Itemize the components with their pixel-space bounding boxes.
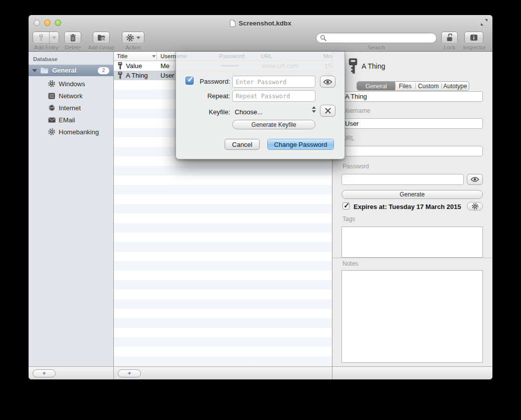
section-divider bbox=[332, 258, 492, 258]
document-icon bbox=[230, 20, 236, 27]
app-window: Screenshot.kdbx Add Entry bbox=[29, 15, 492, 379]
tab-autotype[interactable]: Autotype bbox=[441, 82, 469, 90]
keyfile-label: Keyfile: bbox=[180, 108, 230, 116]
cell-title: A Thing bbox=[126, 72, 148, 79]
tab-general[interactable]: General bbox=[357, 82, 395, 90]
sidebar-item-label: Homebanking bbox=[59, 128, 99, 136]
add-group-button[interactable] bbox=[93, 32, 110, 44]
username-label: Username bbox=[342, 107, 370, 114]
info-icon bbox=[470, 34, 478, 41]
sidebar: Database General 2 Windows bbox=[29, 52, 114, 379]
search-icon bbox=[320, 35, 326, 41]
add-entry-plus-button[interactable]: + bbox=[118, 369, 141, 377]
eye-icon bbox=[470, 176, 479, 182]
gear-icon bbox=[48, 80, 56, 88]
add-group-label: Add Group bbox=[86, 45, 117, 51]
folder-plus-icon bbox=[97, 34, 105, 41]
password-input[interactable] bbox=[232, 76, 315, 88]
expires-checkbox[interactable]: ✓ bbox=[342, 202, 350, 209]
window-title: Screenshot.kdbx bbox=[239, 20, 291, 27]
add-entry-label: Add Entry bbox=[31, 45, 62, 51]
gear-icon bbox=[126, 34, 134, 42]
column-divider[interactable] bbox=[156, 52, 157, 61]
cancel-button[interactable]: Cancel bbox=[225, 139, 260, 150]
network-icon bbox=[48, 92, 56, 100]
clear-keyfile-button[interactable] bbox=[320, 105, 335, 117]
expires-options-button[interactable] bbox=[467, 202, 483, 211]
inspector-panel: A Thing General Files Custom Autotype Us… bbox=[332, 52, 492, 379]
chevron-down-icon bbox=[52, 37, 56, 39]
key-icon bbox=[348, 56, 359, 78]
entry-list-footer: + bbox=[114, 366, 332, 379]
stepper-icon[interactable] bbox=[312, 106, 316, 113]
inspector-footer bbox=[332, 366, 492, 379]
show-password-button[interactable] bbox=[320, 76, 335, 88]
sidebar-footer: + bbox=[29, 366, 113, 379]
sidebar-item-email[interactable]: EMail bbox=[29, 114, 114, 126]
password-label: Password bbox=[342, 163, 369, 170]
inspector-button[interactable] bbox=[464, 32, 483, 44]
key-icon bbox=[117, 72, 123, 81]
url-field[interactable] bbox=[341, 146, 483, 156]
lock-label: Lock bbox=[438, 45, 461, 51]
title-field[interactable] bbox=[341, 91, 483, 102]
search-label: Search bbox=[316, 45, 437, 51]
sidebar-group-general[interactable]: General 2 bbox=[29, 65, 114, 76]
trash-icon bbox=[70, 34, 76, 42]
password-label: Password: bbox=[180, 78, 230, 85]
window-title-area: Screenshot.kdbx bbox=[29, 19, 492, 28]
tags-label: Tags bbox=[342, 216, 355, 223]
generate-password-button[interactable]: Generate bbox=[341, 190, 483, 199]
globe-icon bbox=[48, 104, 56, 112]
sidebar-item-label: EMail bbox=[59, 116, 75, 124]
sidebar-item-network[interactable]: Network bbox=[29, 90, 114, 102]
action-button[interactable] bbox=[122, 32, 144, 44]
action-label: Action bbox=[122, 45, 144, 51]
fullscreen-icon[interactable] bbox=[480, 19, 488, 26]
repeat-label: Repeat: bbox=[180, 92, 230, 100]
generate-keyfile-button[interactable]: Generate Keyfile bbox=[232, 120, 315, 129]
key-icon bbox=[117, 62, 123, 71]
tab-custom[interactable]: Custom bbox=[415, 82, 442, 90]
unlock-icon bbox=[446, 34, 453, 42]
username-field[interactable] bbox=[341, 118, 483, 129]
change-password-button[interactable]: Change Password bbox=[267, 139, 334, 150]
add-entry-button[interactable] bbox=[33, 32, 59, 44]
chevron-down-icon bbox=[136, 37, 140, 39]
notes-textarea[interactable] bbox=[341, 270, 483, 363]
keyfile-dropdown[interactable]: Choose... bbox=[235, 108, 263, 116]
inspector-label: Inspector bbox=[460, 45, 489, 51]
sidebar-section-header: Database bbox=[33, 56, 58, 62]
change-password-sheet: ✓ Password: Repeat: Keyfile: Choose... G… bbox=[176, 52, 345, 159]
sidebar-item-label: Windows bbox=[59, 80, 85, 88]
sort-descending-icon bbox=[152, 55, 156, 58]
key-icon bbox=[39, 34, 44, 42]
mail-icon bbox=[48, 116, 56, 124]
lock-button[interactable] bbox=[441, 32, 458, 44]
sidebar-item-label: Internet bbox=[59, 104, 81, 112]
tags-textarea[interactable] bbox=[341, 227, 483, 258]
delete-label: Delete bbox=[62, 45, 84, 51]
cell-title: Value bbox=[126, 62, 142, 70]
eye-icon bbox=[323, 79, 332, 85]
expires-label: Expires at: Tuesday 17 March 2015 bbox=[354, 203, 461, 211]
delete-button[interactable] bbox=[64, 32, 81, 44]
sidebar-item-internet[interactable]: Internet bbox=[29, 102, 114, 114]
sidebar-item-windows[interactable]: Windows bbox=[29, 78, 114, 90]
search-field[interactable] bbox=[316, 33, 437, 43]
cell-username: Me bbox=[160, 62, 169, 70]
sidebar-group-label: General bbox=[52, 67, 76, 74]
add-group-plus-button[interactable]: + bbox=[33, 369, 56, 377]
disclosure-triangle-icon[interactable] bbox=[32, 69, 37, 72]
sidebar-item-homebanking[interactable]: Homebanking bbox=[29, 126, 114, 138]
repeat-input[interactable] bbox=[232, 90, 315, 102]
folder-icon bbox=[40, 67, 49, 74]
gear-icon bbox=[48, 128, 56, 136]
password-field[interactable] bbox=[341, 174, 464, 185]
column-header-title[interactable]: Title bbox=[117, 53, 127, 59]
tab-files[interactable]: Files bbox=[395, 82, 415, 90]
show-password-button[interactable] bbox=[467, 174, 483, 185]
close-icon bbox=[325, 108, 331, 114]
sidebar-item-label: Network bbox=[59, 92, 83, 100]
gear-icon bbox=[472, 203, 478, 209]
